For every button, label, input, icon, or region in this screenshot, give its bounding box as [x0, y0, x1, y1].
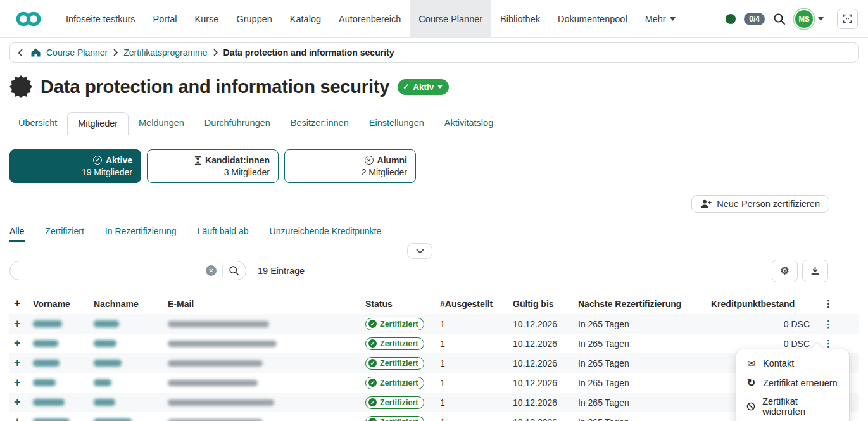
table-settings-button[interactable]: ⚙ [772, 260, 798, 282]
table-buttons: ⚙ [772, 260, 828, 282]
row-context-menu: ✉Kontakt↻Zertifikat erneuernZertifikat w… [736, 349, 849, 421]
table-row: +✓Zertifiziert110.12.2026In 265 Tagen0 D… [9, 412, 859, 421]
stat-card-kandidat-innen[interactable]: Kandidat:innen3 Mitglieder [147, 149, 279, 183]
download-button[interactable] [802, 260, 828, 282]
breadcrumb-link-zertifikatsprogramme[interactable]: Zertifikatsprogramme [123, 47, 207, 58]
expand-row-button[interactable]: + [9, 415, 33, 421]
valid-until: 10.12.2026 [513, 398, 578, 408]
nav-item-label: Bibliothek [500, 14, 540, 24]
certify-new-person-button[interactable]: Neue Person zertifizieren [691, 195, 829, 213]
filter-läuft-bald-ab[interactable]: Läuft bald ab [198, 226, 249, 236]
tab-einstellungen[interactable]: Einstellungen [359, 112, 434, 135]
back-chevron-icon[interactable] [18, 49, 23, 57]
collapse-filters-button[interactable] [407, 243, 432, 259]
certificate-seal-icon [9, 75, 32, 98]
redacted-last-name [94, 360, 122, 367]
stat-card-alumni[interactable]: ✕Alumni2 Mitglieder [284, 149, 416, 183]
status-badge: Aktiv [413, 82, 434, 92]
nav-item-label: Autorenbereich [339, 14, 401, 24]
status-dropdown[interactable]: ✓ Aktiv [398, 79, 449, 95]
redacted-first-name [33, 340, 58, 347]
breadcrumb-link-course-planner[interactable]: Course Planner [46, 47, 108, 58]
expand-row-button[interactable]: + [9, 317, 33, 330]
issued-count: 1 [440, 417, 513, 421]
menu-item-zertifikat-erneuern[interactable]: ↻Zertifikat erneuern [736, 373, 849, 393]
fullscreen-button[interactable] [837, 9, 858, 29]
openolat-logo-icon[interactable] [13, 9, 44, 28]
next-recertification: In 265 Tagen [578, 319, 711, 329]
status-badge: ✓Zertifiziert [365, 357, 424, 370]
session-counter-badge[interactable]: 0/4 [744, 13, 765, 25]
expand-row-button[interactable]: + [9, 376, 33, 389]
search-input[interactable] [19, 265, 206, 277]
nav-item-gruppen[interactable]: Gruppen [227, 0, 280, 38]
nav-item-infoseite-testkurs[interactable]: Infoseite testkurs [57, 0, 144, 38]
chevron-down-icon [437, 85, 443, 89]
nav-item-label: Course Planner [418, 14, 482, 24]
expand-row-button[interactable]: + [9, 337, 33, 350]
filter-unzureichende-kreditpunkte[interactable]: Unzureichende Kreditpunkte [270, 226, 382, 236]
user-menu[interactable]: MS [795, 10, 824, 28]
filter-in-rezertifizierung[interactable]: In Rezertifizierung [105, 226, 177, 236]
breadcrumb-separator-icon [113, 49, 118, 56]
tab-aktivitätslog[interactable]: Aktivitätslog [434, 112, 503, 135]
redacted-first-name [33, 379, 56, 386]
menu-item-label: Kontakt [763, 358, 794, 368]
nav-item-bibliothek[interactable]: Bibliothek [491, 0, 549, 38]
renew-icon: ↻ [747, 377, 755, 389]
column-header-nachname[interactable]: Nachname [94, 299, 168, 309]
column-header-kreditpunktbestand[interactable]: Kreditpunktbestand [711, 299, 810, 309]
stat-card-aktive[interactable]: ✓Aktive19 Mitglieder [9, 149, 141, 183]
row-actions-kebab-icon[interactable]: ⋮ [824, 319, 833, 329]
stat-card-count: 2 Mitglieder [362, 167, 407, 177]
tab-durchführungen[interactable]: Durchführungen [194, 112, 280, 135]
filter-alle[interactable]: Alle [9, 226, 24, 236]
tab-meldungen[interactable]: Meldungen [129, 112, 194, 135]
expand-row-button[interactable]: + [9, 396, 33, 409]
nav-item-dokumentenpool[interactable]: Dokumentenpool [549, 0, 636, 38]
expand-all-button[interactable]: + [9, 297, 33, 310]
menu-item-zertifikat-widerrufen[interactable]: Zertifikat widerrufen [736, 393, 849, 420]
chevron-down-icon [416, 249, 424, 254]
redacted-first-name [33, 360, 60, 367]
expand-row-button[interactable]: + [9, 356, 33, 370]
column-header-e-mail[interactable]: E-Mail [168, 299, 365, 309]
issued-count: 1 [440, 319, 513, 329]
fullscreen-icon [843, 14, 852, 23]
home-icon[interactable] [31, 48, 41, 57]
avatar[interactable]: MS [795, 10, 813, 28]
search-icon[interactable] [773, 13, 786, 25]
nav-item-katalog[interactable]: Katalog [281, 0, 330, 38]
menu-item-kontakt[interactable]: ✉Kontakt [736, 354, 849, 373]
check-icon: ✓ [368, 418, 377, 421]
person-add-icon [701, 199, 712, 209]
search-icon[interactable] [229, 265, 239, 276]
status-badge: ✓Zertifiziert [365, 377, 424, 389]
check-icon: ✓ [368, 320, 377, 328]
menu-item-label: Zertifikat widerrufen [762, 396, 840, 417]
nav-item-kurse[interactable]: Kurse [186, 0, 228, 38]
tab-besitzer-innen[interactable]: Besitzer:innen [280, 112, 359, 135]
table-row: +✓Zertifiziert110.12.2026In 265 Tagen0 D… [9, 393, 859, 412]
nav-item-autorenbereich[interactable]: Autorenbereich [330, 0, 410, 38]
column-header-vorname[interactable]: Vorname [33, 299, 94, 309]
tab-übersicht[interactable]: Übersicht [8, 112, 67, 135]
nav-item-label: Gruppen [236, 14, 272, 24]
nav-item-label: Portal [153, 14, 177, 24]
nav-item-course-planner[interactable]: Course Planner [410, 0, 491, 38]
tab-mitglieder[interactable]: Mitglieder [67, 112, 129, 135]
column-header-status[interactable]: Status [365, 299, 440, 309]
mail-icon: ✉ [747, 358, 755, 369]
filter-zertifiziert[interactable]: Zertifiziert [45, 226, 84, 236]
nav-item-portal[interactable]: Portal [144, 0, 186, 38]
column-header-ausgestellt[interactable]: #Ausgestellt [440, 299, 513, 309]
table-header-row: +VornameNachnameE-MailStatus#Ausgestellt… [9, 293, 859, 314]
column-settings-kebab-icon[interactable]: ⋮ [824, 299, 833, 308]
column-header-nächste-rezertifizierung[interactable]: Nächste Rezertifizierung [578, 299, 711, 309]
column-header-gültig-bis[interactable]: Gültig bis [513, 299, 578, 309]
row-actions-kebab-icon[interactable]: ⋮ [824, 339, 833, 348]
nav-item-mehr[interactable]: Mehr [636, 0, 684, 38]
clear-search-icon[interactable]: ✕ [206, 265, 217, 276]
chevron-down-icon [670, 17, 676, 21]
stat-card-label: Alumni [377, 155, 407, 165]
